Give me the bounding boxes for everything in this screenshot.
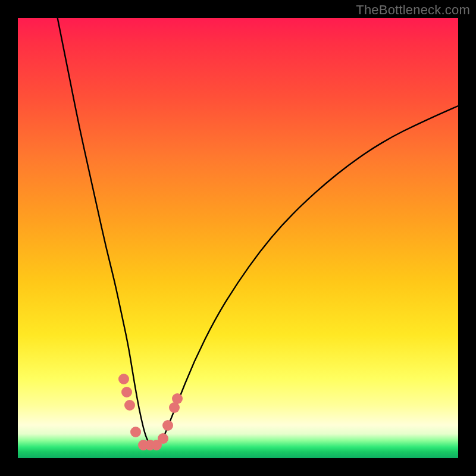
- data-marker: [151, 440, 162, 450]
- data-marker: [169, 402, 180, 413]
- chart-outer: TheBottleneck.com: [0, 0, 476, 476]
- bottleneck-curve: [18, 18, 458, 458]
- data-marker: [162, 420, 173, 431]
- data-marker: [138, 440, 149, 450]
- data-marker: [118, 374, 129, 384]
- data-marker: [172, 393, 183, 404]
- data-marker: [121, 387, 132, 397]
- plot-area: [18, 18, 458, 458]
- watermark-text: TheBottleneck.com: [356, 2, 470, 18]
- data-marker: [145, 440, 155, 450]
- data-marker: [158, 433, 168, 444]
- data-marker: [130, 427, 141, 437]
- data-marker: [124, 400, 135, 411]
